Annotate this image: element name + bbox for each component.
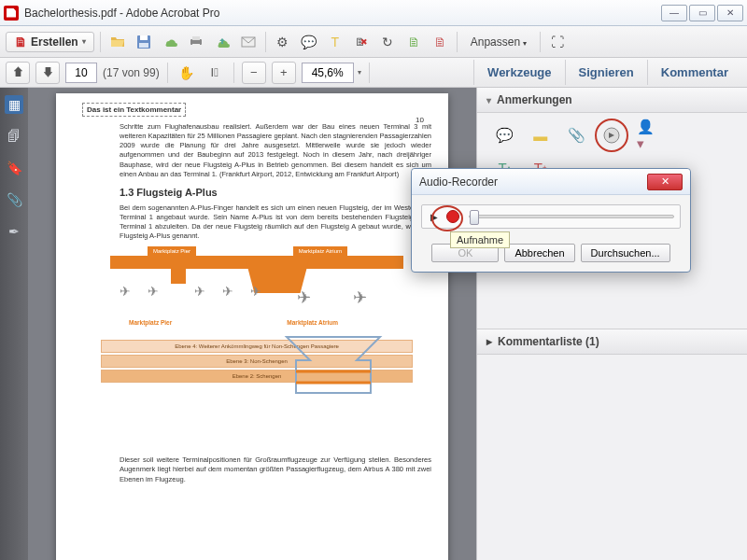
close-window-button[interactable]: ✕ [717, 5, 743, 21]
toolbar-divider [457, 32, 458, 52]
body-paragraph: Bei dem sogenannten A-Plus-Finger handel… [120, 203, 431, 242]
page-number-input[interactable] [65, 63, 97, 83]
play-button[interactable]: ▶ [428, 210, 441, 223]
toolbar-divider [233, 63, 234, 83]
toolbar-divider [100, 32, 101, 52]
cloud-save-icon[interactable] [159, 31, 181, 53]
svg-rect-1 [140, 35, 148, 40]
prev-page-button[interactable]: 🡅 [6, 62, 30, 84]
rotate-icon[interactable]: ↻ [376, 31, 399, 53]
save-icon[interactable] [133, 31, 155, 53]
tab-tools[interactable]: Werkzeuge [473, 60, 564, 85]
main-toolbar: 🗎 Erstellen ▾ ⚙ 💬 T 🗎✖ ↻ 🗎 🗎 Anpassen ▾ … [0, 26, 747, 58]
browse-button[interactable]: Durchsuchen... [581, 244, 670, 262]
hand-tool-icon[interactable]: ✋ [176, 62, 198, 84]
create-label: Erstellen [31, 35, 78, 49]
settings-icon[interactable]: ⚙ [272, 31, 294, 53]
attachments-icon[interactable]: 📎 [5, 190, 23, 209]
toolbar-divider [540, 32, 541, 52]
page-count-label: (17 von 99) [103, 66, 160, 79]
email-icon[interactable] [237, 31, 260, 53]
audio-recorder-dialog: Audio-Recorder ✕ ▶ Aufnahme OK Abbrechen… [411, 168, 691, 273]
recorder-controls: ▶ Aufnahme [421, 204, 681, 229]
commentlist-header[interactable]: ▸ Kommentarliste (1) [477, 329, 747, 355]
pages-icon[interactable]: 🗐 [5, 127, 23, 146]
nav-toolbar: 🡅 🡇 (17 von 99) ✋ I⃕ − + ▾ Werkzeuge Sig… [0, 58, 747, 88]
dropdown-arrow-icon: ▾ [82, 37, 86, 46]
figure-label: Marktplatz Atrium [293, 246, 347, 256]
figure-caption: Marktplatz Pier [129, 319, 172, 326]
record-button[interactable] [446, 210, 459, 223]
text-comment-marker[interactable]: Das ist ein Textkommentar [82, 103, 186, 117]
svg-rect-2 [139, 43, 148, 48]
svg-point-9 [604, 128, 619, 143]
body-paragraph: Schritte zum Flughafenausbau realisiert.… [120, 122, 431, 179]
tab-sign[interactable]: Signieren [565, 60, 647, 85]
zoom-out-button[interactable]: − [242, 62, 266, 84]
fullscreen-icon[interactable]: ⛶ [546, 31, 569, 53]
minimize-button[interactable]: ― [661, 5, 687, 21]
figure-caption: Marktplatz Atrium [287, 319, 338, 326]
page-number-text: 10 [416, 116, 424, 124]
delete-page-icon[interactable]: 🗎✖ [350, 31, 373, 53]
svg-rect-4 [192, 36, 200, 40]
pdf-page: Das ist ein Textkommentar 10 Schritte zu… [56, 93, 448, 560]
toolbar-divider [167, 63, 168, 83]
pdf-file-icon [4, 6, 19, 21]
toolbar-divider [369, 63, 370, 83]
figure-label: Marktplatz Pier [148, 246, 196, 256]
export-icon[interactable]: 🗎 [402, 31, 425, 53]
atrium-shape-icon [282, 332, 385, 398]
print-icon[interactable] [185, 31, 207, 53]
body-paragraph: Dieser soll weitere Terminalpositionen f… [120, 455, 431, 483]
cancel-button[interactable]: Abbrechen [504, 244, 574, 262]
left-nav-rail: ▦ 🗐 🔖 📎 ✒ [0, 88, 28, 560]
collapse-arrow-icon: ▾ [486, 95, 491, 105]
select-tool-icon[interactable]: I⃕ [204, 62, 226, 84]
playback-slider[interactable] [469, 215, 674, 218]
commentlist-header-label: Kommentarliste (1) [498, 335, 599, 348]
bookmarks-icon[interactable]: 🔖 [5, 159, 23, 177]
open-icon[interactable] [106, 31, 129, 53]
slider-thumb[interactable] [470, 210, 479, 225]
tab-comment[interactable]: Kommentar [647, 60, 741, 85]
dialog-titlebar[interactable]: Audio-Recorder ✕ [412, 169, 690, 195]
highlight-text-icon[interactable]: T [324, 31, 346, 53]
zoom-in-button[interactable]: + [272, 62, 296, 84]
annotations-header[interactable]: ▾ Anmerkungen [477, 88, 747, 113]
stamp-icon[interactable]: 👤▾ [637, 124, 659, 147]
sticky-note-icon[interactable]: 💬 [493, 124, 515, 147]
maximize-button[interactable]: ▭ [689, 5, 715, 21]
zoom-level-input[interactable] [302, 63, 354, 83]
terminal-diagram: Marktplatz Pier Marktplatz Atrium ✈ ✈ ✈ … [82, 246, 431, 452]
share-icon[interactable] [211, 31, 233, 53]
window-title: Bachelorthesis.pdf - Adobe Acrobat Pro [24, 7, 661, 20]
record-tooltip: Aufnahme [450, 231, 510, 248]
window-titlebar: Bachelorthesis.pdf - Adobe Acrobat Pro ―… [0, 0, 747, 26]
signatures-rail-icon[interactable]: ✒ [5, 222, 23, 241]
svg-rect-5 [192, 44, 200, 48]
create-button[interactable]: 🗎 Erstellen ▾ [6, 32, 94, 52]
expand-arrow-icon: ▸ [486, 335, 492, 348]
annotations-header-label: Anmerkungen [497, 93, 572, 106]
toolbar-divider [265, 32, 266, 52]
comments-panel: ▾ Anmerkungen 💬 ▬ 📎 👤▾ T▴ T± ▸ Kommentar… [476, 88, 747, 560]
dialog-close-button[interactable]: ✕ [647, 174, 683, 190]
dialog-title-text: Audio-Recorder [419, 175, 498, 189]
main-area: ▦ 🗐 🔖 📎 ✒ Das ist ein Textkommentar 10 S… [0, 88, 747, 560]
record-audio-icon[interactable] [600, 124, 623, 147]
thumbnails-icon[interactable]: ▦ [5, 95, 23, 114]
document-viewport[interactable]: Das ist ein Textkommentar 10 Schritte zu… [28, 88, 476, 560]
edit-page-icon[interactable]: 🗎 [429, 31, 451, 53]
create-pdf-icon: 🗎 [14, 35, 27, 49]
zoom-dropdown-icon[interactable]: ▾ [358, 68, 361, 77]
comment-bubble-icon[interactable]: 💬 [298, 31, 320, 53]
attach-file-icon[interactable]: 📎 [565, 124, 587, 147]
next-page-button[interactable]: 🡇 [35, 62, 60, 84]
customize-button[interactable]: Anpassen ▾ [463, 35, 535, 49]
section-heading: 1.3 Flugsteig A-Plus [120, 187, 431, 198]
highlight-icon[interactable]: ▬ [529, 124, 552, 147]
